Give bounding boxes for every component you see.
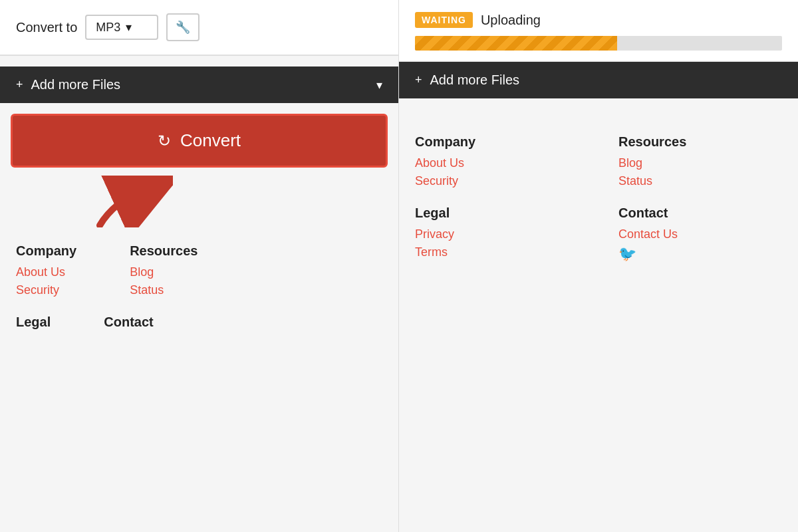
uploading-text: Uploading: [481, 13, 541, 28]
privacy-link-right[interactable]: Privacy: [415, 227, 579, 241]
resources-heading-right: Resources: [618, 134, 782, 150]
refresh-icon: ↻: [158, 132, 171, 150]
right-top: WAITING Uploading: [399, 0, 798, 61]
divider-left: [0, 55, 398, 56]
waiting-badge: WAITING: [415, 12, 473, 28]
progress-bar: [415, 36, 617, 51]
add-file-icon: +: [16, 78, 23, 92]
company-heading-right: Company: [415, 134, 579, 150]
contact-us-link-right[interactable]: Contact Us: [618, 227, 782, 241]
add-files-label-left: Add more Files: [31, 77, 121, 92]
progress-container: [415, 36, 782, 51]
top-area-left: Convert to MP3 ▾ 🔧: [0, 0, 398, 55]
footer-col-resources-left: Resources Blog Status: [130, 243, 198, 301]
convert-to-label: Convert to: [16, 20, 77, 35]
footer-col-resources-right: Resources Blog Status: [618, 134, 782, 192]
security-link-left[interactable]: Security: [16, 283, 76, 297]
add-files-label-right: Add more Files: [430, 72, 520, 88]
footer-left: Company About Us Security Resources Blog…: [0, 227, 398, 532]
chevron-down-icon: ▾: [126, 20, 132, 35]
blog-link-left[interactable]: Blog: [130, 265, 198, 279]
convert-to-row: Convert to MP3 ▾ 🔧: [16, 13, 382, 41]
footer-col-company-left: Company About Us Security: [16, 243, 76, 301]
footer-right: Company About Us Security Resources Blog…: [399, 118, 798, 532]
company-heading-left: Company: [16, 243, 76, 259]
add-file-icon-right: +: [415, 73, 422, 87]
footer-columns-left-2: Legal Contact: [16, 315, 382, 336]
contact-heading-left: Contact: [104, 315, 153, 330]
footer-columns-left: Company About Us Security Resources Blog…: [16, 243, 382, 301]
settings-button[interactable]: 🔧: [166, 13, 200, 41]
legal-heading-right: Legal: [415, 205, 579, 221]
twitter-icon[interactable]: 🐦: [618, 245, 782, 263]
add-files-left: + Add more Files: [16, 77, 120, 92]
status-link-right[interactable]: Status: [618, 174, 782, 188]
footer-col-contact-left: Contact: [104, 315, 153, 336]
convert-button[interactable]: ↻ Convert: [11, 114, 388, 168]
footer-col-company-right: Company About Us Security: [415, 134, 579, 192]
status-row: WAITING Uploading: [399, 0, 798, 28]
legal-heading-left: Legal: [16, 315, 51, 330]
left-panel: Convert to MP3 ▾ 🔧 + Add more Files ▾ ↻: [0, 0, 399, 532]
format-select[interactable]: MP3 ▾: [85, 15, 158, 40]
footer-col-contact-right: Contact Contact Us 🐦: [618, 205, 782, 263]
chevron-down-icon-files: ▾: [376, 78, 382, 92]
right-panel: WAITING Uploading + Add more Files Compa…: [399, 0, 798, 532]
red-arrow-icon: [93, 176, 173, 229]
about-us-link-right[interactable]: About Us: [415, 156, 579, 170]
footer-col-legal-right: Legal Privacy Terms: [415, 205, 579, 263]
terms-link-right[interactable]: Terms: [415, 245, 579, 259]
convert-label: Convert: [180, 130, 241, 151]
blog-link-right[interactable]: Blog: [618, 156, 782, 170]
contact-heading-right: Contact: [618, 205, 782, 221]
right-footer-grid: Company About Us Security Resources Blog…: [415, 134, 782, 277]
about-us-link-left[interactable]: About Us: [16, 265, 76, 279]
add-files-bar-right[interactable]: + Add more Files: [399, 62, 798, 98]
security-link-right[interactable]: Security: [415, 174, 579, 188]
arrow-area: [0, 168, 398, 227]
status-link-left[interactable]: Status: [130, 283, 198, 297]
format-value: MP3: [96, 21, 120, 35]
wrench-icon: 🔧: [176, 20, 190, 35]
footer-col-legal-left: Legal: [16, 315, 51, 336]
add-files-bar-left[interactable]: + Add more Files ▾: [0, 66, 398, 103]
resources-heading-left: Resources: [130, 243, 198, 259]
